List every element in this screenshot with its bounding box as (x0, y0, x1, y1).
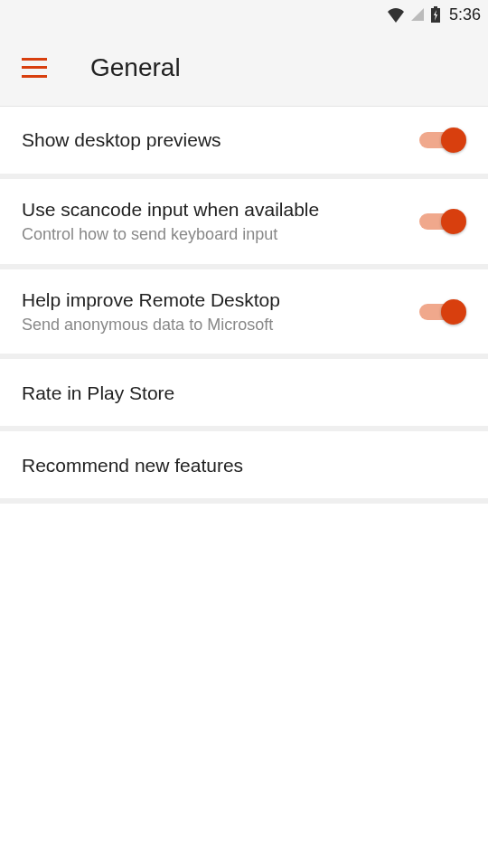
svg-rect-1 (434, 6, 437, 8)
setting-show-desktop-previews[interactable]: Show desktop previews (0, 107, 488, 179)
setting-rate-play-store[interactable]: Rate in Play Store (0, 359, 488, 431)
setting-title: Show desktop previews (22, 127, 419, 152)
setting-help-improve[interactable]: Help improve Remote Desktop Send anonymo… (0, 269, 488, 360)
toggle-scancode-input[interactable] (419, 209, 466, 234)
setting-subtitle: Control how to send keyboard input (22, 224, 419, 245)
status-bar: 5:36 (0, 0, 488, 29)
settings-list: Show desktop previews Use scancode input… (0, 107, 488, 504)
wifi-icon (386, 6, 406, 23)
setting-title: Use scancode input when available (22, 197, 419, 222)
status-time: 5:36 (449, 5, 481, 24)
signal-icon (409, 6, 426, 23)
toggle-help-improve[interactable] (419, 299, 466, 325)
toggle-show-desktop-previews[interactable] (419, 127, 466, 153)
battery-icon (429, 5, 442, 24)
setting-subtitle: Send anonymous data to Microsoft (22, 315, 419, 335)
setting-title: Recommend new features (22, 453, 466, 477)
setting-scancode-input[interactable]: Use scancode input when available Contro… (0, 179, 488, 269)
page-title: General (90, 53, 181, 82)
setting-title: Help improve Remote Desktop (22, 288, 419, 312)
setting-recommend-features[interactable]: Recommend new features (0, 431, 488, 504)
setting-title: Rate in Play Store (22, 381, 466, 405)
app-bar: General (0, 29, 488, 107)
menu-icon[interactable] (22, 58, 47, 78)
